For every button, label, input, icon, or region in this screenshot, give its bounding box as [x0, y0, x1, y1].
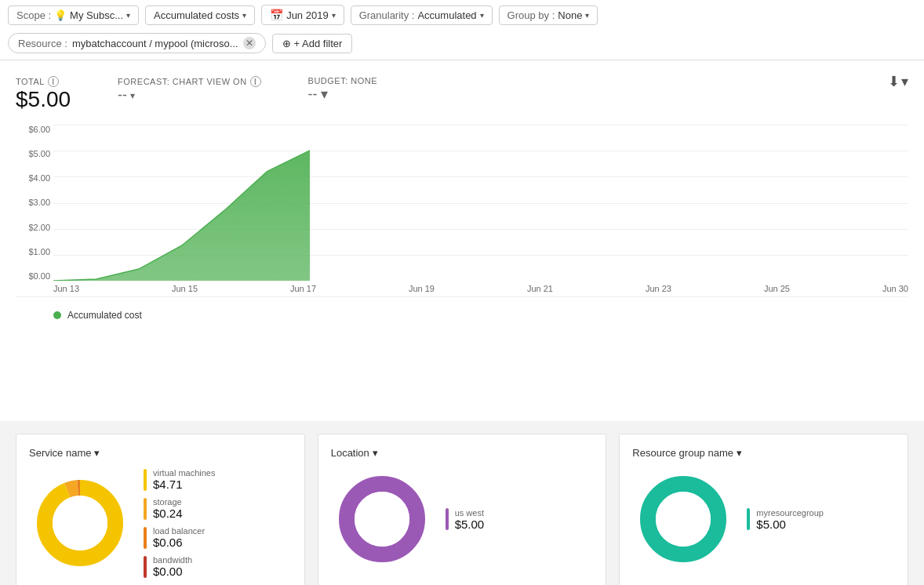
granularity-chevron: ▾	[480, 11, 484, 20]
export-chevron: ▾	[901, 73, 908, 90]
card-location-chevron: ▾	[373, 447, 378, 459]
cost-chevron: ▾	[242, 11, 246, 20]
card-service: Service name ▾	[16, 434, 305, 585]
uswest-value: $5.00	[455, 518, 485, 531]
legend-label-accumulated: Accumulated cost	[67, 310, 142, 321]
main-content: ⬇ ▾ TOTAL i $5.00 FORECAST: CHART VIEW O…	[0, 60, 924, 421]
forecast-stat: FORECAST: CHART VIEW ON i -- ▾	[118, 76, 261, 104]
x-label-jun13: Jun 13	[53, 284, 79, 293]
x-label-jun19: Jun 19	[409, 284, 435, 293]
chart-x-labels: Jun 13 Jun 15 Jun 17 Jun 19 Jun 21 Jun 2…	[53, 281, 908, 296]
y-label-3: $3.00	[16, 198, 53, 207]
vms-value: $4.71	[153, 478, 215, 491]
resource-donut-svg	[632, 468, 734, 570]
legend-item-lb: load balancer $0.06	[144, 526, 292, 549]
forecast-chevron[interactable]: ▾	[130, 90, 135, 101]
card-resource-chevron: ▾	[737, 447, 742, 459]
resource-donut	[632, 468, 734, 570]
card-location: Location ▾ us west $5.00	[318, 434, 607, 585]
bandwidth-label: bandwidth	[153, 555, 192, 565]
card-service-chevron: ▾	[94, 447, 100, 459]
card-service-header[interactable]: Service name ▾	[29, 447, 292, 459]
granularity-pill[interactable]: Granularity : Accumulated ▾	[351, 5, 493, 25]
uswest-label: us west	[455, 508, 485, 518]
legend-item-uswest: us west $5.00	[446, 508, 594, 531]
scope-pill[interactable]: Scope : 💡 My Subsc... ▾	[8, 5, 139, 25]
cost-label: Accumulated costs	[154, 9, 239, 21]
bandwidth-value: $0.00	[153, 565, 192, 578]
export-icon: ⬇	[888, 73, 900, 90]
forecast-value: -- ▾	[118, 87, 261, 104]
legend-dot-accumulated	[53, 311, 61, 319]
x-label-jun21: Jun 21	[527, 284, 553, 293]
x-label-jun23: Jun 23	[646, 284, 671, 293]
lb-bar	[144, 527, 147, 549]
x-label-jun30: Jun 30	[882, 284, 908, 293]
budget-chevron[interactable]: ▾	[321, 85, 328, 103]
cards-section: Service name ▾	[0, 421, 924, 585]
y-label-5: $5.00	[16, 149, 53, 158]
card-resource-body: myresourcegroup $5.00	[632, 468, 895, 570]
groupby-chevron: ▾	[585, 11, 589, 20]
total-stat: TOTAL i $5.00	[16, 76, 71, 112]
card-resource-title: Resource group name	[632, 447, 733, 459]
location-donut-svg	[331, 468, 433, 570]
x-label-jun15: Jun 15	[172, 284, 198, 293]
date-chevron: ▾	[332, 11, 336, 20]
legend-item-bandwidth: bandwidth $0.00	[144, 555, 292, 578]
card-resource-header[interactable]: Resource group name ▾	[632, 447, 895, 459]
x-label-jun17: Jun 17	[290, 284, 316, 293]
groupby-label: Group by :	[507, 9, 555, 21]
svg-point-6	[355, 492, 409, 547]
total-info-icon[interactable]: i	[48, 76, 59, 87]
location-donut	[331, 468, 433, 570]
total-value: $5.00	[16, 87, 71, 112]
filter-close-button[interactable]: ✕	[243, 37, 256, 49]
uswest-bar	[446, 508, 449, 530]
service-donut-svg	[29, 472, 131, 574]
forecast-info-icon[interactable]: i	[250, 76, 261, 87]
resource-filter-pill: Resource : mybatchaccount / mypool (micr…	[8, 33, 266, 53]
filter-label: Resource :	[18, 38, 67, 49]
budget-label: BUDGET: NONE	[308, 76, 378, 85]
lb-label: load balancer	[153, 526, 205, 536]
add-filter-button[interactable]: ⊕ + Add filter	[272, 34, 353, 53]
service-donut	[29, 472, 131, 574]
legend-item-myresourcegroup: myresourcegroup $5.00	[747, 508, 895, 531]
add-filter-icon: ⊕	[282, 38, 291, 49]
groupby-pill[interactable]: Group by : None ▾	[499, 5, 598, 25]
legend-item-storage: storage $0.24	[144, 497, 292, 520]
storage-label: storage	[153, 497, 183, 507]
card-resource: Resource group name ▾ myresourcegroup $5…	[619, 434, 908, 585]
myresourcegroup-label: myresourcegroup	[756, 508, 824, 518]
chart-area: $6.00 $5.00 $4.00 $3.00 $2.00 $1.00 $0.0…	[16, 125, 908, 297]
date-value: Jun 2019	[286, 9, 329, 21]
top-bar: Scope : 💡 My Subsc... ▾ Accumulated cost…	[0, 0, 924, 60]
stats-row: TOTAL i $5.00 FORECAST: CHART VIEW ON i …	[16, 76, 908, 112]
chart-legend: Accumulated cost	[16, 303, 908, 333]
card-location-body: us west $5.00	[331, 468, 594, 570]
cost-pill[interactable]: Accumulated costs ▾	[145, 5, 255, 25]
budget-value: -- ▾	[308, 85, 378, 103]
export-button[interactable]: ⬇ ▾	[888, 73, 908, 90]
resource-legend-list: myresourcegroup $5.00	[747, 508, 895, 531]
scope-label: Scope :	[16, 9, 51, 21]
service-legend-list: virtual machines $4.71 storage $0.24	[144, 468, 292, 578]
svg-point-8	[656, 492, 711, 547]
y-label-1: $1.00	[16, 247, 53, 256]
granularity-value: Accumulated	[417, 9, 476, 21]
y-label-4: $4.00	[16, 173, 53, 183]
groupby-value: None	[558, 9, 582, 21]
calendar-icon: 📅	[270, 9, 283, 21]
legend-item-vms: virtual machines $4.71	[144, 468, 292, 491]
date-pill[interactable]: 📅 Jun 2019 ▾	[261, 5, 344, 25]
card-service-body: virtual machines $4.71 storage $0.24	[29, 468, 292, 578]
forecast-label: FORECAST: CHART VIEW ON i	[118, 76, 261, 87]
storage-bar	[144, 498, 147, 520]
card-location-header[interactable]: Location ▾	[331, 447, 594, 459]
card-location-title: Location	[331, 447, 369, 459]
storage-value: $0.24	[153, 507, 183, 520]
card-service-title: Service name	[29, 447, 91, 459]
x-label-jun25: Jun 25	[764, 284, 790, 293]
granularity-label: Granularity :	[359, 9, 415, 21]
